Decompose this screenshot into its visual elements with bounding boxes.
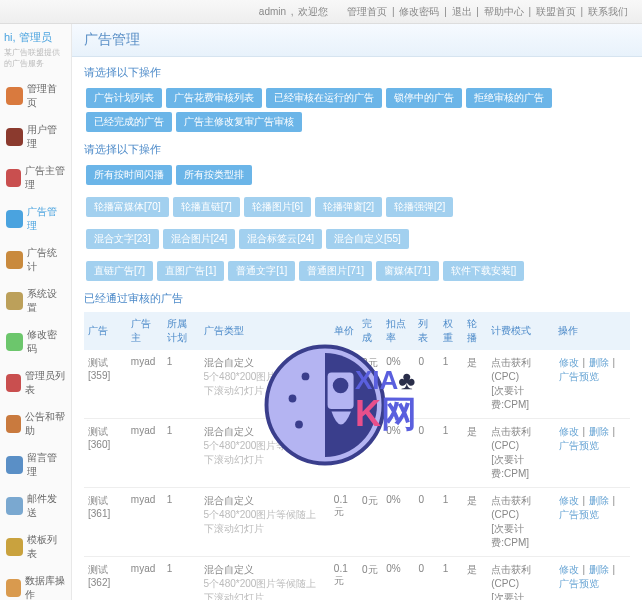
- op-link[interactable]: 广告预览: [559, 371, 599, 382]
- sidebar-icon: [6, 374, 21, 392]
- table-header: 所属计划: [163, 312, 200, 350]
- sidebar-item[interactable]: 管理首页: [4, 77, 67, 115]
- top-bar: admin , 欢迎您 管理首页 | 修改密码 | 退出 | 帮助中心 | 联盟…: [0, 0, 642, 24]
- sidebar-item-label: 邮件发送: [27, 492, 65, 520]
- sidebar-icon: [6, 538, 23, 556]
- filter-tag[interactable]: 混合自定义[55]: [326, 229, 409, 249]
- filter-tag[interactable]: 直链广告[7]: [86, 261, 153, 281]
- sidebar-item[interactable]: 广告主管理: [4, 159, 67, 197]
- op-link[interactable]: 修改: [559, 495, 579, 506]
- sidebar-item[interactable]: 广告统计: [4, 241, 67, 279]
- filter-tag[interactable]: 广告计划列表: [86, 88, 162, 108]
- sidebar-item[interactable]: 用户管理: [4, 118, 67, 156]
- sidebar-icon: [6, 497, 23, 515]
- filter-tag[interactable]: 混合文字[23]: [86, 229, 159, 249]
- op-link[interactable]: 删除: [589, 357, 609, 368]
- op-link[interactable]: 广告预览: [559, 509, 599, 520]
- cell-weight: 1: [439, 350, 463, 419]
- sidebar-item-label: 数据库操作: [25, 574, 65, 600]
- cell-id: 测试[359]: [84, 350, 127, 419]
- top-link[interactable]: 退出: [452, 6, 472, 17]
- sidebar-icon: [6, 210, 23, 228]
- top-link[interactable]: 联系我们: [588, 6, 628, 17]
- op-link[interactable]: 修改: [559, 564, 579, 575]
- filter-tag[interactable]: 轮播直链[7]: [173, 197, 240, 217]
- filter-tag[interactable]: 普通图片[71]: [299, 261, 372, 281]
- section2-title: 请选择以下操作: [84, 142, 630, 157]
- cell-type: 混合自定义5个480*200图片等候随上下滚动幻灯片: [200, 488, 330, 557]
- filter-tag[interactable]: 直图广告[1]: [157, 261, 224, 281]
- filter-tag[interactable]: 拒绝审核的广告: [466, 88, 552, 108]
- top-link[interactable]: 修改密码: [399, 6, 439, 17]
- sidebar-item-label: 修改密码: [27, 328, 65, 356]
- table-header: 单价: [330, 312, 358, 350]
- filter-tag[interactable]: 所有按时间闪播: [86, 165, 172, 185]
- main: 广告管理 请选择以下操作 广告计划列表广告花费审核列表已经审核在运行的广告锁停中…: [72, 24, 642, 600]
- sidebar: hi, 管理员 某广告联盟提供的广告服务 管理首页用户管理广告主管理广告管理广告…: [0, 24, 72, 600]
- sidebar-item[interactable]: 广告管理: [4, 200, 67, 238]
- sidebar-item[interactable]: 模板列表: [4, 528, 67, 566]
- filter-tag[interactable]: 已经完成的广告: [86, 112, 172, 132]
- cell-loop: 是: [463, 419, 487, 488]
- sidebar-icon: [6, 169, 21, 187]
- sidebar-item-label: 用户管理: [27, 123, 65, 151]
- cell-id: 测试[361]: [84, 488, 127, 557]
- op-link[interactable]: 删除: [589, 426, 609, 437]
- cell-plan: 1: [163, 419, 200, 488]
- sidebar-item-label: 广告管理: [27, 205, 65, 233]
- table-header: 权重: [439, 312, 463, 350]
- filter-tag[interactable]: 所有按类型排: [176, 165, 252, 185]
- filter-tag[interactable]: 混合图片[24]: [163, 229, 236, 249]
- table-header: 广告主: [127, 312, 163, 350]
- sidebar-item[interactable]: 系统设置: [4, 282, 67, 320]
- sidebar-item[interactable]: 数据库操作: [4, 569, 67, 600]
- cell-price: 0.1元: [330, 557, 358, 601]
- filter-tag[interactable]: 轮播弹窗[2]: [315, 197, 382, 217]
- sidebar-head: hi, 管理员: [4, 30, 67, 45]
- filter-tag[interactable]: 软件下载安装[]: [443, 261, 525, 281]
- filter-tag[interactable]: 轮播富媒体[70]: [86, 197, 169, 217]
- sidebar-item[interactable]: 管理员列表: [4, 364, 67, 402]
- op-link[interactable]: 广告预览: [559, 578, 599, 589]
- cell-weight: 1: [439, 557, 463, 601]
- top-welcome: 欢迎您: [298, 6, 328, 17]
- top-link[interactable]: 帮助中心: [484, 6, 524, 17]
- op-link[interactable]: 修改: [559, 426, 579, 437]
- filter-tag[interactable]: 轮播强弹[2]: [386, 197, 453, 217]
- cell-ops: 修改 | 删除 | 广告预览: [554, 350, 630, 419]
- filter-tag[interactable]: 锁停中的广告: [386, 88, 462, 108]
- filter-tag[interactable]: 轮播图片[6]: [244, 197, 311, 217]
- op-link[interactable]: 删除: [589, 495, 609, 506]
- sidebar-item[interactable]: 修改密码: [4, 323, 67, 361]
- op-link[interactable]: 删除: [589, 564, 609, 575]
- filter-tag[interactable]: 混合标签云[24]: [239, 229, 322, 249]
- op-link[interactable]: 修改: [559, 357, 579, 368]
- sidebar-item[interactable]: 留言管理: [4, 446, 67, 484]
- filter-tag[interactable]: 普通文字[1]: [228, 261, 295, 281]
- top-link[interactable]: 管理首页: [347, 6, 387, 17]
- table-row: 测试[359]myad1混合自定义5个480*200图片等候随上下滚动幻灯片0.…: [84, 350, 630, 419]
- cell-rate: 0%: [382, 419, 414, 488]
- filter-tag[interactable]: 广告主修改复审广告审核: [176, 112, 302, 132]
- filter-tag[interactable]: 窗媒体[71]: [376, 261, 439, 281]
- filter-tag[interactable]: 已经审核在运行的广告: [266, 88, 382, 108]
- table-header: 计费模式: [487, 312, 553, 350]
- cell-ops: 修改 | 删除 | 广告预览: [554, 419, 630, 488]
- cell-owner: myad: [127, 350, 163, 419]
- table-header: 广告类型: [200, 312, 330, 350]
- op-link[interactable]: 广告预览: [559, 440, 599, 451]
- table-row: 测试[360]myad1混合自定义5个480*200图片等候随上下滚动幻灯片0.…: [84, 419, 630, 488]
- sidebar-sub: 某广告联盟提供的广告服务: [4, 47, 67, 69]
- top-link[interactable]: 联盟首页: [536, 6, 576, 17]
- cell-mode: 点击获利(CPC)[次要计费:CPM]: [487, 350, 553, 419]
- filter-tag[interactable]: 广告花费审核列表: [166, 88, 262, 108]
- cell-loop: 是: [463, 557, 487, 601]
- sidebar-item[interactable]: 公告和帮助: [4, 405, 67, 443]
- cell-loop: 是: [463, 350, 487, 419]
- table-title: 已经通过审核的广告: [84, 291, 630, 306]
- cell-done: 0元: [358, 419, 382, 488]
- table-row: 测试[362]myad1混合自定义5个480*200图片等候随上下滚动幻灯片0.…: [84, 557, 630, 601]
- sidebar-item[interactable]: 邮件发送: [4, 487, 67, 525]
- page-title: 广告管理: [72, 24, 642, 57]
- cell-list: 0: [414, 557, 438, 601]
